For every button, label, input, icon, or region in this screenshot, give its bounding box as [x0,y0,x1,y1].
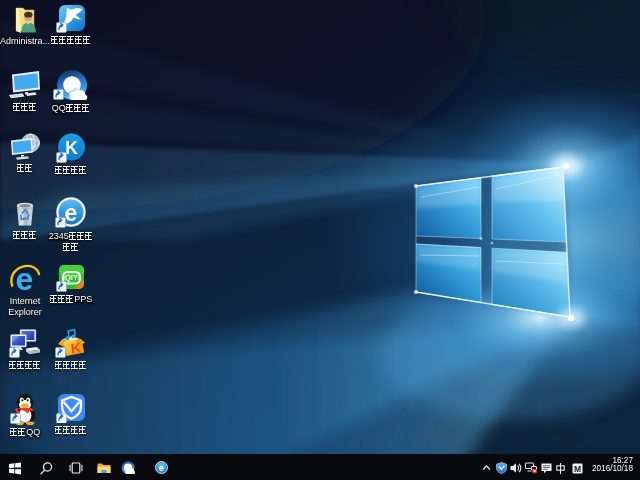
svg-text:e: e [158,462,163,473]
svg-text:K: K [65,138,78,158]
svg-text:iQIYI: iQIYI [63,273,80,282]
svg-text:e: e [65,200,78,226]
svg-text:M: M [574,463,581,473]
svg-text:K: K [70,339,82,356]
